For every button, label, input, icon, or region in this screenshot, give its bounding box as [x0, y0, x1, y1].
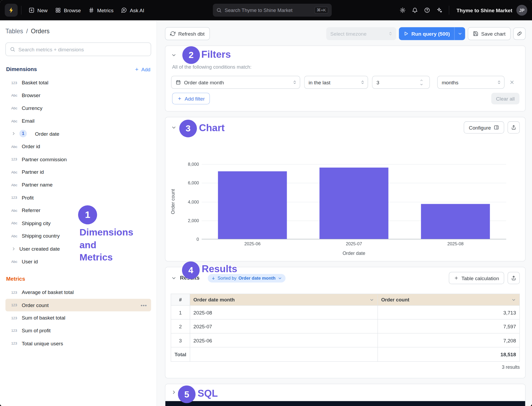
text-type-icon: Abc [11, 144, 22, 148]
field-label: Order date [35, 131, 60, 136]
filter-field-select[interactable]: Order date month [171, 76, 300, 89]
search-shortcut-badge: ⌘+K [314, 7, 328, 14]
metrics-nav-item[interactable]: Metrics [85, 5, 117, 16]
sparkles-icon [436, 7, 442, 13]
field-label: Partner id [22, 169, 44, 175]
user-avatar[interactable]: JP [516, 5, 527, 16]
share-link-button[interactable] [513, 27, 526, 40]
sidebar-item-average-basket-total[interactable]: 123Average of basket total [5, 286, 151, 299]
collapse-chevron-icon[interactable] [171, 275, 176, 281]
text-type-icon: Abc [11, 119, 22, 123]
field-label: Browser [22, 92, 40, 98]
whats-new-button[interactable] [433, 4, 445, 16]
bar-2025-08 [421, 204, 490, 239]
number-type-icon: 123 [11, 290, 22, 294]
new-button[interactable]: New [25, 5, 51, 16]
sidebar-item-browser[interactable]: AbcBrowser [5, 89, 151, 102]
workspace-name[interactable]: Thyme to Shine Market [453, 7, 516, 13]
sidebar-item-sum-of-profit[interactable]: 123Sum of profit [5, 324, 151, 337]
text-type-icon: Abc [11, 208, 22, 212]
table-header-row: # Order date month Order count [171, 294, 520, 305]
run-query-dropdown[interactable] [455, 27, 465, 40]
collapse-chevron-icon[interactable] [171, 52, 176, 58]
lightdash-logo[interactable] [5, 4, 18, 17]
month-cell[interactable]: 2025-06 [190, 333, 378, 347]
sidebar-item-order-count[interactable]: 123 Order count ••• [5, 299, 151, 311]
sidebar-item-order-id[interactable]: AbcOrder id [5, 140, 151, 153]
sorted-by-pill[interactable]: Sorted by Order date month [208, 274, 285, 282]
field-options-menu[interactable]: ••• [141, 302, 147, 308]
filter-unit-select[interactable]: months [437, 76, 505, 89]
global-search[interactable]: ⌘+K [213, 4, 332, 17]
filters-condition-text: All of the following conditions match: [172, 64, 520, 69]
ask-ai-button[interactable]: Ask AI [117, 5, 148, 16]
text-type-icon: Abc [11, 234, 22, 238]
export-results-button[interactable] [508, 272, 520, 284]
sidebar-item-currency[interactable]: AbcCurrency [5, 102, 151, 114]
link-icon [517, 31, 522, 36]
run-query-button[interactable]: Run query (500) [399, 27, 465, 40]
total-value-cell: 18,518 [378, 347, 520, 362]
expand-chevron-icon[interactable] [171, 390, 176, 395]
filter-operator-select[interactable]: in the last [304, 76, 368, 89]
notifications-button[interactable] [409, 4, 421, 16]
number-type-icon: 123 [11, 157, 22, 161]
table-calculation-button[interactable]: Table calculation [449, 272, 504, 284]
clear-all-filters-button[interactable]: Clear all [491, 93, 520, 104]
number-stepper[interactable] [417, 78, 426, 86]
y-axis-tick: 2,000 [165, 218, 199, 223]
filter-value-input[interactable] [372, 76, 430, 89]
chevron-down-icon [369, 297, 374, 302]
play-icon [403, 31, 409, 36]
browse-menu[interactable]: Browse [51, 5, 85, 16]
fields-search-input[interactable] [18, 46, 147, 52]
field-label: User id [22, 259, 38, 264]
annotation-step-5-label: SQL [198, 388, 218, 399]
timezone-select[interactable]: Select timezone [326, 27, 396, 40]
sidebar-item-total-unique-users[interactable]: 123Total unique users [5, 337, 151, 350]
annotation-step-4-label: Results [202, 263, 237, 275]
save-chart-button[interactable]: Save chart [468, 27, 511, 40]
chevron-down-icon [458, 31, 462, 36]
field-label: Sum of profit [22, 328, 51, 334]
table-row: 1 2025-08 3,713 [171, 305, 520, 319]
sidebar-item-sum-basket-total[interactable]: 123Sum of basket total [5, 311, 151, 324]
column-header-order-date-month[interactable]: Order date month [190, 294, 378, 305]
nav-item-label: New [37, 7, 48, 13]
sidebar-item-partner-commission[interactable]: 123Partner commission [5, 153, 151, 165]
count-cell[interactable]: 3,713 [378, 305, 520, 319]
month-cell[interactable]: 2025-08 [190, 305, 378, 319]
help-circle-icon [424, 7, 430, 13]
fields-search[interactable] [5, 43, 151, 56]
global-search-input[interactable] [225, 7, 311, 13]
help-button[interactable] [421, 4, 433, 16]
text-type-icon: Abc [11, 183, 22, 187]
add-filter-button[interactable]: Add filter [172, 93, 210, 104]
field-label: Partner name [22, 182, 53, 188]
bar-2025-07 [319, 168, 388, 239]
sidebar-item-partner-name[interactable]: AbcPartner name [5, 178, 151, 191]
settings-button[interactable] [396, 4, 409, 16]
hash-icon [88, 7, 94, 13]
plus-icon [177, 96, 182, 101]
filter-value-field[interactable] [373, 79, 417, 85]
remove-filter-button[interactable] [509, 80, 514, 85]
field-label: User created date [19, 246, 60, 252]
add-dimension-button[interactable]: Add [134, 67, 150, 72]
sidebar-item-profit[interactable]: 123Profit [5, 191, 151, 204]
refresh-dbt-button[interactable]: Refresh dbt [165, 27, 210, 40]
chart-card: Configure Order count 8,000 6,000 4,000 … [165, 117, 526, 261]
sidebar-item-partner-id[interactable]: AbcPartner id [5, 165, 151, 178]
save-icon [473, 31, 478, 36]
field-label: Referrer [22, 208, 40, 213]
month-cell[interactable]: 2025-07 [190, 319, 378, 333]
sidebar-item-order-date[interactable]: 1 Order date [5, 127, 151, 140]
field-label: Shipping city [22, 220, 51, 226]
column-header-order-count[interactable]: Order count [378, 294, 520, 305]
table-row: 3 2025-06 7,208 [171, 333, 520, 347]
count-cell[interactable]: 7,597 [378, 319, 520, 333]
count-cell[interactable]: 7,208 [378, 333, 520, 347]
sidebar-item-email[interactable]: AbcEmail [5, 114, 151, 127]
sidebar-item-basket-total[interactable]: 123Basket total [5, 76, 151, 89]
breadcrumb-tables-link[interactable]: Tables [5, 28, 23, 35]
